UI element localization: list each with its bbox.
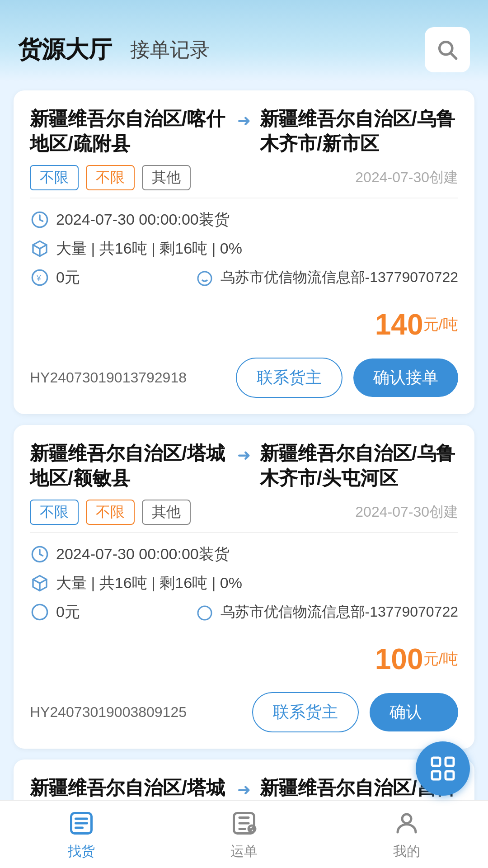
card-1-footer: 140 元/吨 <box>14 299 474 358</box>
nav-find-cargo-label: 找货 <box>68 842 95 861</box>
find-cargo-icon <box>66 808 97 839</box>
arrow-icon: ➜ <box>237 111 251 130</box>
svg-point-12 <box>198 606 211 620</box>
card-2-from: 新疆维吾尔自治区/塔城地区/额敏县 <box>30 441 228 491</box>
floating-scan-button[interactable] <box>416 741 470 796</box>
card2-tag-3: 其他 <box>142 500 191 525</box>
card-2-header: 新疆维吾尔自治区/塔城地区/额敏县 ➜ 新疆维吾尔自治区/乌鲁木齐市/头屯河区 <box>14 425 474 500</box>
card-2-to: 新疆维吾尔自治区/乌鲁木齐市/头屯河区 <box>260 441 458 491</box>
card-1-info: 2024-07-30 00:00:00装货 大量 | 共16吨 | 剩16吨 |… <box>14 198 474 299</box>
card-1-order-id: HY24073019013792918 <box>30 369 225 386</box>
yuan-icon: ¥ <box>30 268 50 288</box>
card2-tag-2: 不限 <box>86 500 135 525</box>
card-2-price-unit: 元/吨 <box>423 649 458 670</box>
svg-rect-15 <box>446 758 454 766</box>
card2-price-base: 0元 <box>56 602 80 623</box>
orders-icon <box>229 808 259 839</box>
card-2: 新疆维吾尔自治区/塔城地区/额敏县 ➜ 新疆维吾尔自治区/乌鲁木齐市/头屯河区 … <box>14 425 474 749</box>
arrow-icon-3: ➜ <box>237 780 251 799</box>
nav-mine[interactable]: 我的 <box>325 808 488 861</box>
clock-icon <box>30 210 50 230</box>
card-1-confirm-button[interactable]: 确认接单 <box>353 359 458 397</box>
card-1-tags-row: 不限 不限 其他 2024-07-30创建 <box>14 165 474 198</box>
company-name: 乌苏市优信物流信息部-13779070722 <box>221 269 458 285</box>
load-time-text: 2024-07-30 00:00:00装货 <box>56 209 230 230</box>
card-2-confirm-button[interactable]: 确认 <box>370 693 458 731</box>
svg-text:¥: ¥ <box>36 274 41 283</box>
card-2-footer: 100 元/吨 <box>14 633 474 692</box>
weight-text: 大量 | 共16吨 | 剩16吨 | 0% <box>56 238 242 259</box>
card-1: 新疆维吾尔自治区/喀什地区/疏附县 ➜ 新疆维吾尔自治区/乌鲁木齐市/新市区 不… <box>14 90 474 414</box>
mine-icon <box>391 808 422 839</box>
card2-company-name: 乌苏市优信物流信息部-13779070722 <box>221 604 458 620</box>
card2-info-weight: 大量 | 共16吨 | 剩16吨 | 0% <box>30 573 458 594</box>
card-1-contact-button[interactable]: 联系货主 <box>236 358 343 398</box>
card-2-contact-button[interactable]: 联系货主 <box>252 692 359 732</box>
tag-unlimit-1: 不限 <box>30 165 79 190</box>
info-price-row: ¥ 0元 乌苏市优信物流信息部-13779070722 <box>30 267 458 288</box>
card-1-to: 新疆维吾尔自治区/乌鲁木齐市/新市区 <box>260 107 458 156</box>
search-button[interactable] <box>425 27 470 72</box>
info-load-time: 2024-07-30 00:00:00装货 <box>30 209 458 230</box>
svg-point-21 <box>402 814 411 823</box>
svg-rect-14 <box>432 758 440 766</box>
card2-load-time: 2024-07-30 00:00:00装货 <box>56 544 230 565</box>
card2-weight: 大量 | 共16吨 | 剩16吨 | 0% <box>56 573 242 594</box>
svg-point-11 <box>32 605 47 620</box>
header: 货源大厅 接单记录 <box>0 0 488 81</box>
card2-company: 乌苏市优信物流信息部-13779070722 <box>197 602 458 622</box>
card-2-price: 100 <box>375 642 423 676</box>
card-2-info: 2024-07-30 00:00:00装货 大量 | 共16吨 | 剩16吨 |… <box>14 533 474 633</box>
nav-mine-label: 我的 <box>393 842 420 861</box>
order-records-link[interactable]: 接单记录 <box>130 37 210 63</box>
tag-unlimit-2: 不限 <box>86 165 135 190</box>
box-icon <box>30 239 50 259</box>
nav-orders-label: 运单 <box>230 842 258 861</box>
cards-container: 新疆维吾尔自治区/喀什地区/疏附县 ➜ 新疆维吾尔自治区/乌鲁木齐市/新市区 不… <box>0 81 488 868</box>
yuan-icon-2 <box>30 602 50 622</box>
clock-icon-2 <box>30 544 50 564</box>
card-1-action-row: HY24073019013792918 联系货主 确认接单 <box>14 358 474 414</box>
card2-info-load-time: 2024-07-30 00:00:00装货 <box>30 544 458 565</box>
card-2-date: 2024-07-30创建 <box>355 502 458 522</box>
card-1-price: 140 <box>375 308 423 341</box>
arrow-icon-2: ➜ <box>237 446 251 465</box>
page-title: 货源大厅 <box>18 34 112 66</box>
svg-point-6 <box>198 272 211 285</box>
card-1-date: 2024-07-30创建 <box>355 168 458 188</box>
card-2-action-row: HY24073019003809125 联系货主 确认 <box>14 692 474 749</box>
bottom-navigation: 找货 运单 我的 <box>0 800 488 868</box>
scan-icon <box>428 754 457 783</box>
price-base-text: 0元 <box>56 267 80 288</box>
card-1-from: 新疆维吾尔自治区/喀什地区/疏附县 <box>30 107 228 156</box>
nav-find-cargo[interactable]: 找货 <box>0 808 163 861</box>
card2-tag-1: 不限 <box>30 500 79 525</box>
card2-info-price-row: 0元 乌苏市优信物流信息部-13779070722 <box>30 602 458 623</box>
tag-other: 其他 <box>142 165 191 190</box>
card-2-tags-row: 不限 不限 其他 2024-07-30创建 <box>14 500 474 532</box>
card-2-order-id: HY24073019003809125 <box>30 704 241 721</box>
company-text: 乌苏市优信物流信息部-13779070722 <box>197 268 458 288</box>
box-icon-2 <box>30 573 50 593</box>
svg-line-1 <box>451 53 456 59</box>
card-1-price-unit: 元/吨 <box>423 314 458 335</box>
svg-rect-16 <box>432 771 440 779</box>
search-icon <box>436 38 459 61</box>
info-weight: 大量 | 共16吨 | 剩16吨 | 0% <box>30 238 458 259</box>
nav-orders[interactable]: 运单 <box>163 808 325 861</box>
svg-rect-17 <box>446 771 454 779</box>
card-1-header: 新疆维吾尔自治区/喀什地区/疏附县 ➜ 新疆维吾尔自治区/乌鲁木齐市/新市区 <box>14 90 474 165</box>
